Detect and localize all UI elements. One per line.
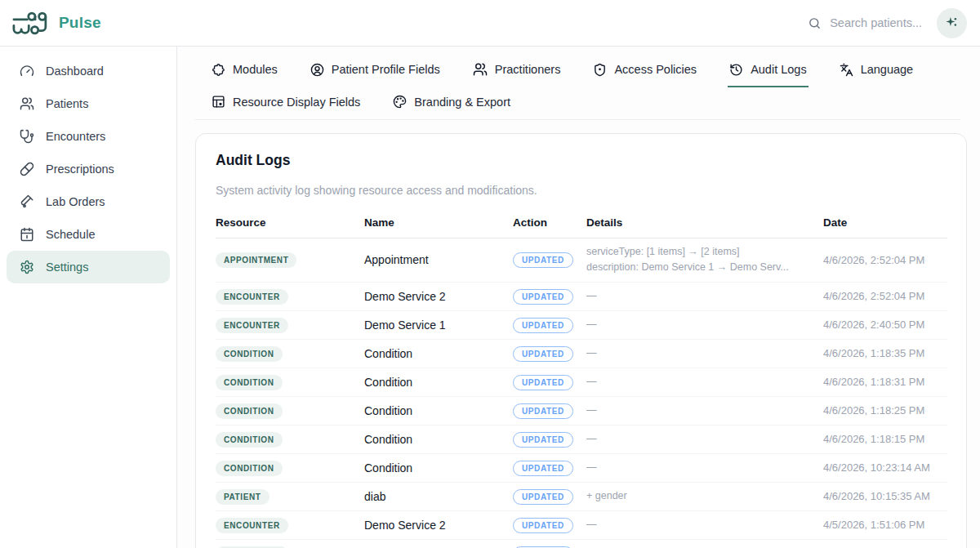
details-cell: — [586,310,823,339]
resource-name: Demo Service 2 [364,282,513,310]
resource-name: Condition [364,368,513,396]
action-badge: UPDATED [513,461,573,476]
table-row[interactable]: ENCOUNTERDemo Service 1UPDATED—4/6/2026,… [216,310,947,339]
resource-badge: PATIENT [216,489,270,505]
search-icon [808,16,822,30]
tab-label: Resource Display Fields [233,96,360,109]
resource-badge: CONDITION [216,432,283,448]
sidebar-item-dashboard[interactable]: Dashboard [7,55,170,87]
tab-label: Patient Profile Fields [332,63,440,76]
users-icon [473,62,488,77]
sidebar-item-label: Dashboard [46,65,104,78]
search-input[interactable]: Search patients... [808,16,922,30]
column-header-resource: Resource [216,208,364,238]
column-header-date: Date [823,208,947,238]
top-bar: Pulse Search patients... [0,0,980,47]
table-row[interactable]: ENCOUNTERDemo Service 1UPDATED—4/5/2026,… [216,539,947,548]
sidebar-item-settings[interactable]: Settings [7,251,170,283]
sidebar-item-lab-orders[interactable]: Lab Orders [7,185,170,218]
table-row[interactable]: CONDITIONConditionUPDATED—4/6/2026, 1:18… [216,339,947,368]
date-cell: 4/6/2026, 1:18:15 PM [823,425,947,453]
date-cell: 4/6/2026, 2:52:04 PM [823,282,947,310]
settings-tabs: ModulesPatient Profile FieldsPractitione… [195,47,960,120]
sidebar-item-patients[interactable]: Patients [7,87,170,120]
date-cell: 4/6/2026, 1:18:31 PM [823,368,947,396]
tab-patient-profile-fields[interactable]: Patient Profile Fields [309,55,442,87]
resource-badge: CONDITION [216,346,283,362]
resource-name: Demo Service 1 [364,310,513,339]
tab-language[interactable]: Language [838,55,915,87]
audit-logs-table: ResourceNameActionDetailsDate APPOINTMEN… [216,208,947,548]
table-row[interactable]: PATIENTdiabUPDATED+ gender4/6/2026, 10:1… [216,482,947,510]
tab-access-policies[interactable]: Access Policies [591,55,698,87]
tab-label: Language [861,63,914,76]
table-row[interactable]: CONDITIONConditionUPDATED—4/6/2026, 1:18… [216,425,947,453]
details-cell: serviceType: [1 items] → [2 items]descri… [586,238,823,283]
action-badge: UPDATED [513,489,573,505]
action-badge: UPDATED [513,289,573,305]
sidebar: DashboardPatientsEncountersPrescriptions… [0,47,177,548]
date-cell: 4/6/2026, 2:40:50 PM [823,310,947,339]
details-cell: + gender [586,482,823,510]
tab-resource-display-fields[interactable]: Resource Display Fields [210,87,362,119]
table-row[interactable]: ENCOUNTERDemo Service 2UPDATED—4/6/2026,… [216,282,947,310]
resource-badge: CONDITION [216,375,283,390]
tab-branding-export[interactable]: Branding & Export [391,87,512,119]
table-row[interactable]: CONDITIONConditionUPDATED—4/6/2026, 1:18… [216,368,947,396]
tab-label: Modules [233,63,278,76]
column-header-name: Name [364,208,513,238]
sidebar-item-prescriptions[interactable]: Prescriptions [7,153,170,185]
shield-icon [593,63,607,77]
palette-icon [393,95,407,109]
details-cell: — [586,453,823,482]
table-row[interactable]: CONDITIONConditionUPDATED—4/6/2026, 10:2… [216,453,947,482]
resource-name: Appointment [364,238,513,283]
resource-badge: CONDITION [216,403,283,419]
sidebar-item-label: Patients [46,97,88,110]
tab-modules[interactable]: Modules [210,55,279,87]
circle-user-icon [310,63,324,77]
resource-badge: ENCOUNTER [216,289,288,305]
card-title: Audit Logs [216,152,947,169]
date-cell: 4/5/2026, 1:51:06 PM [823,510,947,539]
tab-label: Access Policies [614,63,697,76]
tab-label: Branding & Export [414,96,510,109]
action-badge: UPDATED [513,432,573,448]
table-row[interactable]: ENCOUNTERDemo Service 2UPDATED—4/5/2026,… [216,510,947,539]
gear-icon [20,260,34,274]
column-header-details: Details [586,208,823,238]
table-row[interactable]: APPOINTMENTAppointmentUPDATEDserviceType… [216,238,947,283]
action-badge: UPDATED [513,318,573,333]
resource-badge: CONDITION [216,461,283,476]
lab-icon [20,194,34,209]
table-row[interactable]: CONDITIONConditionUPDATED—4/6/2026, 1:18… [216,396,947,425]
action-badge: UPDATED [513,375,573,390]
sidebar-item-label: Settings [46,261,88,274]
details-cell: — [586,339,823,368]
tab-label: Practitioners [495,63,561,76]
pill-icon [20,162,34,176]
puzzle-icon [212,63,225,77]
sidebar-item-encounters[interactable]: Encounters [7,120,170,153]
resource-name: Condition [364,453,513,482]
date-cell: 4/6/2026, 10:15:35 AM [823,482,947,510]
sidebar-item-label: Schedule [46,228,95,241]
sparkles-icon [944,16,960,31]
brand: Pulse [11,10,101,37]
ai-assistant-button[interactable] [937,8,967,38]
audit-logs-card: Audit Logs System activity log showing r… [195,133,967,548]
details-cell: — [586,396,823,425]
resource-name: Condition [364,425,513,453]
pulse-logo-icon [11,10,51,37]
action-badge: UPDATED [513,403,573,419]
sidebar-item-schedule[interactable]: Schedule [7,218,170,251]
details-cell: — [586,282,823,310]
action-badge: UPDATED [513,518,573,533]
tab-practitioners[interactable]: Practitioners [471,55,563,87]
app-title: Pulse [59,14,101,32]
tab-audit-logs[interactable]: Audit Logs [728,55,808,87]
users-icon [20,96,34,111]
settings-main: ModulesPatient Profile FieldsPractitione… [177,47,980,548]
search-placeholder: Search patients... [830,16,922,29]
details-cell: — [586,510,823,539]
